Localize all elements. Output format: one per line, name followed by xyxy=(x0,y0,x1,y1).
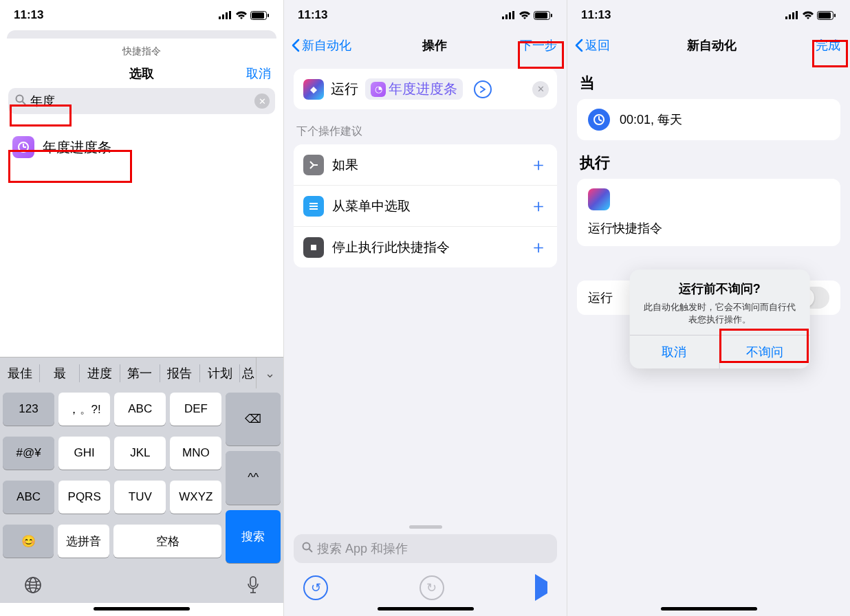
svg-rect-21 xyxy=(512,11,514,19)
sheet-grabber[interactable] xyxy=(409,525,442,529)
candidate[interactable]: 最 xyxy=(40,365,79,382)
key-ghi[interactable]: GHI xyxy=(58,437,110,470)
redo-button[interactable]: ↻ xyxy=(419,575,444,600)
suggestion-item[interactable]: 如果 ＋ xyxy=(294,144,557,186)
selected-action-card[interactable]: 运行 ◔ 年度进度条 ✕ xyxy=(294,69,557,109)
status-bar: 11:13 xyxy=(567,0,850,30)
globe-icon[interactable] xyxy=(23,575,43,597)
run-button[interactable] xyxy=(535,582,547,594)
key-mno[interactable]: MNO xyxy=(170,437,221,470)
candidate[interactable]: 进度 xyxy=(80,365,119,382)
svg-rect-34 xyxy=(796,11,798,19)
svg-line-30 xyxy=(309,549,313,552)
key-emoji[interactable]: 😊 xyxy=(3,525,54,558)
status-time: 11:13 xyxy=(298,8,327,22)
wifi-icon xyxy=(519,11,531,20)
key-def[interactable]: DEF xyxy=(170,393,221,426)
key-delete[interactable]: ⌫ xyxy=(226,393,281,446)
key-symbols[interactable]: #@¥ xyxy=(3,437,54,470)
home-indicator[interactable] xyxy=(94,607,190,610)
candidate[interactable]: 总 xyxy=(240,365,256,382)
sheet-title: 选取 xyxy=(129,65,154,82)
alert-cancel-button[interactable]: 取消 xyxy=(629,336,719,368)
suggestion-list: 如果 ＋ 从菜单中选取 ＋ 停止执行此快捷指令 ＋ xyxy=(294,144,557,267)
search-input[interactable]: 年度 ✕ xyxy=(8,88,275,114)
cancel-button[interactable]: 取消 xyxy=(246,65,271,82)
add-icon[interactable]: ＋ xyxy=(530,153,547,177)
svg-rect-15 xyxy=(250,577,256,586)
done-button[interactable]: 完成 xyxy=(813,36,843,55)
add-icon[interactable]: ＋ xyxy=(530,194,547,218)
key-tuv[interactable]: TUV xyxy=(114,481,166,514)
confirm-alert: 运行前不询问? 此自动化触发时，它会不询问而自行代表您执行操作。 取消 不询问 xyxy=(629,270,809,368)
shortcuts-app-icon xyxy=(588,188,610,210)
chevron-left-icon xyxy=(291,38,301,52)
mic-icon[interactable] xyxy=(246,575,260,597)
search-value: 年度 xyxy=(30,93,55,109)
home-indicator[interactable] xyxy=(661,607,757,610)
clear-search-button[interactable]: ✕ xyxy=(254,94,270,109)
key-pqrs[interactable]: PQRS xyxy=(58,481,110,514)
svg-rect-33 xyxy=(792,12,794,19)
trigger-card[interactable]: 00:01, 每天 xyxy=(577,99,840,140)
next-button[interactable]: 下一步 xyxy=(517,36,560,55)
actions-search-input[interactable]: 搜索 App 和操作 xyxy=(294,534,557,563)
key-abc1[interactable]: ABC xyxy=(114,393,166,426)
back-button[interactable]: 新自动化 xyxy=(291,37,351,54)
key-space[interactable]: 空格 xyxy=(113,525,222,558)
nav-bar: 返回 新自动化 完成 xyxy=(567,30,850,60)
candidate[interactable]: 计划 xyxy=(200,365,239,382)
nav-title: 新自动化 xyxy=(687,37,737,54)
suggestion-item[interactable]: 从菜单中选取 ＋ xyxy=(294,186,557,227)
svg-point-29 xyxy=(303,542,310,549)
action-card[interactable]: 运行快捷指令 xyxy=(577,179,840,246)
suggestion-item[interactable]: 停止执行此快捷指令 ＋ xyxy=(294,227,557,267)
candidate-expand-icon[interactable]: ⌄ xyxy=(256,358,283,388)
key-select-pinyin[interactable]: 选拼音 xyxy=(58,525,109,558)
phone-screen-2: 11:13 新自动化 操作 下一步 运行 ◔ 年度进度条 ✕ 下个操作建议 如果… xyxy=(283,0,567,616)
keyboard: 123 ，。?! ABC DEF #@¥ GHI JKL MNO ABC PQR… xyxy=(0,388,283,566)
key-punct[interactable]: ，。?! xyxy=(58,393,110,426)
key-caret[interactable]: ^^ xyxy=(226,451,281,504)
search-result-item[interactable]: 年度进度条 xyxy=(0,129,283,165)
search-icon xyxy=(302,542,313,556)
candidate[interactable]: 第一 xyxy=(120,365,160,382)
search-placeholder: 搜索 App 和操作 xyxy=(317,540,408,557)
suggestion-label: 从菜单中选取 xyxy=(332,197,521,215)
status-icons xyxy=(502,11,553,20)
add-icon[interactable]: ＋ xyxy=(530,235,547,259)
svg-rect-37 xyxy=(834,14,836,17)
background-card-peek xyxy=(7,30,276,38)
key-search[interactable]: 搜索 xyxy=(226,510,281,563)
wifi-icon xyxy=(235,11,248,20)
undo-button[interactable]: ↺ xyxy=(303,575,328,600)
wifi-icon xyxy=(802,11,814,20)
battery-icon xyxy=(534,11,553,20)
back-button[interactable]: 返回 xyxy=(574,37,610,54)
shortcut-token[interactable]: ◔ 年度进度条 xyxy=(365,78,463,100)
phone-screen-1: 11:13 快捷指令 选取 取消 年度 ✕ 年度进度条 xyxy=(0,0,283,616)
nav-title: 操作 xyxy=(422,37,447,54)
trigger-text: 00:01, 每天 xyxy=(620,111,682,128)
phone-screen-3: 11:13 返回 新自动化 完成 当 00:01, 每天 执行 运行快捷指令 运… xyxy=(567,0,850,616)
key-wxyz[interactable]: WXYZ xyxy=(170,481,221,514)
result-label: 年度进度条 xyxy=(43,138,111,157)
picker-sheet: 快捷指令 选取 取消 年度 ✕ xyxy=(0,38,283,120)
expand-params-button[interactable] xyxy=(474,80,492,98)
ime-candidate-bar[interactable]: 最佳 最 进度 第一 报告 计划 总 ⌄ xyxy=(0,357,283,388)
svg-point-7 xyxy=(17,96,23,102)
section-label: 下个操作建议 xyxy=(296,124,554,139)
suggestion-label: 如果 xyxy=(332,156,521,174)
cellular-icon xyxy=(219,11,232,19)
home-indicator[interactable] xyxy=(378,607,474,610)
candidate[interactable]: 报告 xyxy=(160,365,199,382)
svg-line-8 xyxy=(23,102,26,105)
candidate[interactable]: 最佳 xyxy=(0,365,39,382)
key-123[interactable]: 123 xyxy=(3,393,54,426)
status-icons xyxy=(785,11,836,20)
remove-action-button[interactable]: ✕ xyxy=(532,81,549,98)
key-jkl[interactable]: JKL xyxy=(114,437,166,470)
alert-confirm-button[interactable]: 不询问 xyxy=(719,336,810,368)
menu-icon xyxy=(303,196,324,217)
key-abc-mode[interactable]: ABC xyxy=(3,481,54,514)
